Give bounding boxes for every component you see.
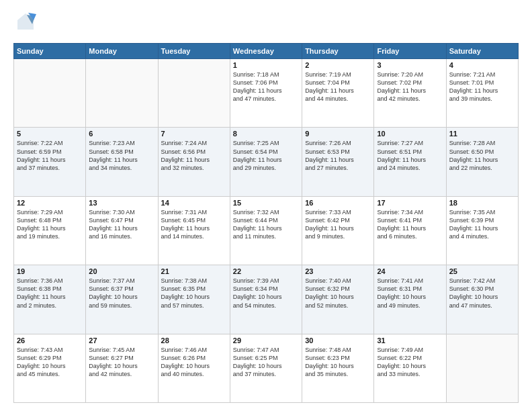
day-info: Sunrise: 7:46 AM Sunset: 6:26 PM Dayligh… [161,346,227,379]
day-number: 21 [161,267,227,275]
day-info: Sunrise: 7:29 AM Sunset: 6:48 PM Dayligh… [17,208,83,241]
day-info: Sunrise: 7:28 AM Sunset: 6:50 PM Dayligh… [449,139,515,172]
calendar-cell: 12Sunrise: 7:29 AM Sunset: 6:48 PM Dayli… [14,196,86,265]
calendar-cell: 20Sunrise: 7:37 AM Sunset: 6:37 PM Dayli… [86,265,158,334]
day-info: Sunrise: 7:40 AM Sunset: 6:32 PM Dayligh… [305,277,371,310]
calendar-header-saturday: Saturday [446,44,518,59]
day-number: 3 [377,61,443,69]
calendar-cell [446,334,518,402]
day-info: Sunrise: 7:18 AM Sunset: 7:06 PM Dayligh… [233,71,299,103]
day-info: Sunrise: 7:31 AM Sunset: 6:45 PM Dayligh… [161,208,227,241]
day-number: 16 [305,199,371,207]
day-info: Sunrise: 7:45 AM Sunset: 6:27 PM Dayligh… [89,346,154,379]
day-number: 29 [233,336,299,345]
day-info: Sunrise: 7:32 AM Sunset: 6:44 PM Dayligh… [233,208,299,241]
calendar-week-4: 19Sunrise: 7:36 AM Sunset: 6:38 PM Dayli… [14,265,519,334]
page: SundayMondayTuesdayWednesdayThursdayFrid… [0,0,532,411]
day-info: Sunrise: 7:36 AM Sunset: 6:38 PM Dayligh… [17,277,83,310]
calendar-cell: 30Sunrise: 7:48 AM Sunset: 6:23 PM Dayli… [302,334,374,402]
day-info: Sunrise: 7:19 AM Sunset: 7:04 PM Dayligh… [305,71,371,103]
day-number: 13 [89,199,154,207]
calendar-cell: 9Sunrise: 7:26 AM Sunset: 6:53 PM Daylig… [302,128,374,196]
day-info: Sunrise: 7:22 AM Sunset: 6:59 PM Dayligh… [17,139,83,172]
calendar-cell: 24Sunrise: 7:41 AM Sunset: 6:31 PM Dayli… [374,265,446,334]
calendar-cell: 28Sunrise: 7:46 AM Sunset: 6:26 PM Dayli… [158,334,230,402]
day-info: Sunrise: 7:26 AM Sunset: 6:53 PM Dayligh… [305,139,371,172]
day-info: Sunrise: 7:43 AM Sunset: 6:29 PM Dayligh… [17,346,83,379]
calendar-cell: 10Sunrise: 7:27 AM Sunset: 6:51 PM Dayli… [374,128,446,196]
day-number: 1 [233,61,299,69]
calendar-cell: 11Sunrise: 7:28 AM Sunset: 6:50 PM Dayli… [446,128,518,196]
calendar-cell: 7Sunrise: 7:24 AM Sunset: 6:56 PM Daylig… [158,128,230,196]
calendar-week-2: 5Sunrise: 7:22 AM Sunset: 6:59 PM Daylig… [14,128,519,196]
day-info: Sunrise: 7:38 AM Sunset: 6:35 PM Dayligh… [161,277,227,310]
calendar-header-friday: Friday [374,44,446,59]
calendar-cell: 19Sunrise: 7:36 AM Sunset: 6:38 PM Dayli… [14,265,86,334]
calendar-cell [158,59,230,128]
day-number: 24 [377,267,443,275]
calendar-table: SundayMondayTuesdayWednesdayThursdayFrid… [13,43,519,403]
day-number: 4 [449,61,515,69]
calendar-cell: 8Sunrise: 7:25 AM Sunset: 6:54 PM Daylig… [230,128,302,196]
day-number: 31 [377,336,443,345]
day-number: 5 [17,130,83,138]
calendar-cell: 22Sunrise: 7:39 AM Sunset: 6:34 PM Dayli… [230,265,302,334]
calendar-cell: 3Sunrise: 7:20 AM Sunset: 7:02 PM Daylig… [374,59,446,128]
calendar-week-5: 26Sunrise: 7:43 AM Sunset: 6:29 PM Dayli… [14,334,519,402]
calendar-header-wednesday: Wednesday [230,44,302,59]
calendar-header-sunday: Sunday [14,44,86,59]
day-number: 30 [305,336,371,345]
day-info: Sunrise: 7:20 AM Sunset: 7:02 PM Dayligh… [377,71,443,103]
calendar-week-3: 12Sunrise: 7:29 AM Sunset: 6:48 PM Dayli… [14,196,519,265]
day-number: 11 [449,130,515,138]
calendar-week-1: 1Sunrise: 7:18 AM Sunset: 7:06 PM Daylig… [14,59,519,128]
day-info: Sunrise: 7:48 AM Sunset: 6:23 PM Dayligh… [305,346,371,379]
calendar-cell: 26Sunrise: 7:43 AM Sunset: 6:29 PM Dayli… [14,334,86,402]
calendar-cell: 25Sunrise: 7:42 AM Sunset: 6:30 PM Dayli… [446,265,518,334]
calendar-cell: 18Sunrise: 7:35 AM Sunset: 6:39 PM Dayli… [446,196,518,265]
calendar-cell: 14Sunrise: 7:31 AM Sunset: 6:45 PM Dayli… [158,196,230,265]
day-number: 9 [305,130,371,138]
calendar-header-row: SundayMondayTuesdayWednesdayThursdayFrid… [14,44,519,59]
calendar-cell: 2Sunrise: 7:19 AM Sunset: 7:04 PM Daylig… [302,59,374,128]
calendar-header-tuesday: Tuesday [158,44,230,59]
day-info: Sunrise: 7:35 AM Sunset: 6:39 PM Dayligh… [449,208,515,241]
header [13,11,519,38]
day-info: Sunrise: 7:33 AM Sunset: 6:42 PM Dayligh… [305,208,371,241]
day-info: Sunrise: 7:25 AM Sunset: 6:54 PM Dayligh… [233,139,299,172]
calendar-cell: 21Sunrise: 7:38 AM Sunset: 6:35 PM Dayli… [158,265,230,334]
day-number: 12 [17,199,83,207]
day-info: Sunrise: 7:39 AM Sunset: 6:34 PM Dayligh… [233,277,299,310]
day-number: 6 [89,130,154,138]
calendar-cell: 1Sunrise: 7:18 AM Sunset: 7:06 PM Daylig… [230,59,302,128]
day-number: 20 [89,267,154,275]
calendar-cell: 13Sunrise: 7:30 AM Sunset: 6:47 PM Dayli… [86,196,158,265]
day-info: Sunrise: 7:47 AM Sunset: 6:25 PM Dayligh… [233,346,299,379]
calendar-cell [86,59,158,128]
day-number: 28 [161,336,227,345]
logo [13,11,38,38]
day-number: 2 [305,61,371,69]
calendar-cell: 23Sunrise: 7:40 AM Sunset: 6:32 PM Dayli… [302,265,374,334]
day-number: 8 [233,130,299,138]
calendar-cell: 27Sunrise: 7:45 AM Sunset: 6:27 PM Dayli… [86,334,158,402]
calendar-cell: 29Sunrise: 7:47 AM Sunset: 6:25 PM Dayli… [230,334,302,402]
day-number: 15 [233,199,299,207]
day-number: 10 [377,130,443,138]
calendar-cell: 4Sunrise: 7:21 AM Sunset: 7:01 PM Daylig… [446,59,518,128]
day-number: 23 [305,267,371,275]
calendar-cell: 31Sunrise: 7:49 AM Sunset: 6:22 PM Dayli… [374,334,446,402]
day-number: 7 [161,130,227,138]
calendar-cell [14,59,86,128]
day-info: Sunrise: 7:30 AM Sunset: 6:47 PM Dayligh… [89,208,154,241]
day-number: 19 [17,267,83,275]
calendar-cell: 16Sunrise: 7:33 AM Sunset: 6:42 PM Dayli… [302,196,374,265]
day-info: Sunrise: 7:37 AM Sunset: 6:37 PM Dayligh… [89,277,154,310]
day-number: 17 [377,199,443,207]
day-number: 27 [89,336,154,345]
day-info: Sunrise: 7:42 AM Sunset: 6:30 PM Dayligh… [449,277,515,310]
day-info: Sunrise: 7:23 AM Sunset: 6:58 PM Dayligh… [89,139,154,172]
day-info: Sunrise: 7:34 AM Sunset: 6:41 PM Dayligh… [377,208,443,241]
day-number: 26 [17,336,83,345]
day-info: Sunrise: 7:49 AM Sunset: 6:22 PM Dayligh… [377,346,443,379]
